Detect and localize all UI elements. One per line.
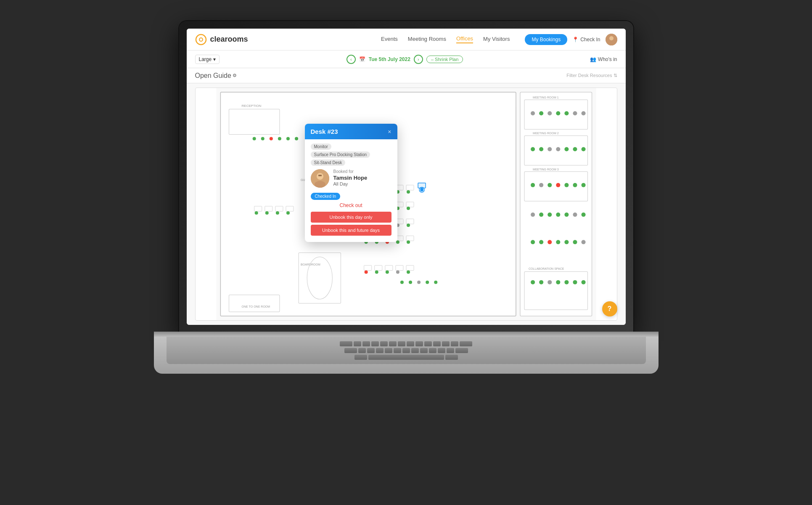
nav-actions: My Bookings 📍 Check In: [525, 34, 617, 45]
svg-point-77: [564, 111, 569, 115]
dropdown-chevron-icon: ▾: [213, 56, 216, 62]
svg-point-137: [407, 271, 410, 274]
key: [344, 348, 357, 353]
key: [354, 355, 367, 360]
unbook-future-button[interactable]: Unbook this and future days: [311, 225, 391, 236]
key: [445, 355, 458, 360]
key: [415, 341, 423, 346]
nav-offices[interactable]: Offices: [456, 35, 473, 43]
next-date-button[interactable]: ›: [414, 55, 423, 64]
nav-my-visitors[interactable]: My Visitors: [483, 36, 510, 43]
shrink-plan-button[interactable]: – Shrink Plan: [426, 56, 463, 63]
popup-close-button[interactable]: ×: [388, 128, 391, 135]
second-nav: Open Guide ⚙ Filter Desk Resources ⇅: [187, 68, 626, 83]
svg-point-114: [581, 280, 585, 284]
unbook-day-button[interactable]: Unbook this day only: [311, 212, 391, 223]
nav-meeting-rooms[interactable]: Meeting Rooms: [408, 36, 446, 43]
tag-monitor: Monitor: [311, 144, 331, 150]
date-nav: ‹ 📅 Tue 5th July 2022 ›: [346, 55, 423, 64]
svg-point-87: [531, 183, 535, 187]
key: [433, 341, 441, 346]
open-guide-label: Open Guide: [195, 72, 231, 80]
key: [371, 341, 379, 346]
svg-point-143: [320, 175, 322, 176]
help-button[interactable]: ?: [602, 301, 617, 316]
key: [398, 341, 405, 346]
check-out-link[interactable]: Check out: [311, 202, 391, 208]
key: [438, 348, 445, 353]
tag-docking: Surface Pro Docking Station: [311, 152, 370, 158]
key: [358, 348, 366, 353]
svg-point-28: [265, 211, 268, 215]
key: [354, 341, 361, 346]
floor-plan-container: RECEPTION MEETING ROOM 1 MEETING ROOM 2 …: [187, 83, 626, 325]
whos-in-label: Who's in: [598, 56, 617, 62]
svg-point-112: [564, 280, 569, 284]
logo-text: clearooms: [210, 35, 248, 44]
svg-point-100: [581, 213, 585, 217]
svg-text:ONE TO ONE ROOM: ONE TO ONE ROOM: [241, 305, 270, 308]
svg-point-89: [548, 183, 552, 187]
my-bookings-button[interactable]: My Bookings: [525, 34, 567, 45]
svg-point-80: [531, 147, 535, 152]
svg-point-117: [269, 137, 272, 140]
checked-in-badge: Checked In: [311, 193, 341, 200]
svg-point-105: [564, 240, 569, 244]
svg-point-97: [556, 213, 560, 217]
booker-avatar: [311, 169, 329, 188]
svg-point-127: [420, 188, 423, 191]
check-in-icon: 📍: [572, 37, 579, 43]
svg-point-102: [539, 240, 543, 244]
sub-nav-left: Large ▾: [195, 55, 220, 64]
key: [340, 341, 352, 346]
popup-tags: Monitor Surface Pro Docking Station Sit-…: [311, 144, 391, 166]
svg-point-79: [581, 111, 585, 115]
booked-for-label: Booked for: [333, 169, 391, 174]
filter-desk-resources[interactable]: Filter Desk Resources ⇅: [566, 73, 617, 78]
svg-point-81: [539, 147, 543, 152]
svg-point-88: [539, 183, 543, 187]
key: [376, 348, 384, 353]
key: [362, 341, 370, 346]
open-guide-link[interactable]: Open Guide ⚙: [195, 72, 237, 80]
avatar[interactable]: [606, 34, 617, 45]
svg-point-91: [564, 183, 569, 187]
popup-body: Monitor Surface Pro Docking Station Sit-…: [305, 139, 397, 242]
svg-point-124: [426, 281, 429, 284]
people-icon: 👥: [590, 56, 596, 62]
check-in-link[interactable]: 📍 Check In: [572, 37, 600, 43]
key: [367, 348, 375, 353]
svg-point-115: [252, 137, 256, 140]
size-dropdown[interactable]: Large ▾: [195, 55, 220, 64]
svg-point-141: [315, 181, 325, 188]
desk-popup: Desk #23 × Monitor Surface Pro Docking S…: [305, 124, 397, 242]
svg-point-123: [417, 281, 421, 284]
laptop-hinge: [154, 332, 659, 337]
check-in-label: Check In: [580, 37, 600, 43]
sub-nav-right: 👥 Who's in: [590, 56, 617, 62]
popup-booking-info: Booked for Tamsin Hope All Day: [311, 169, 391, 188]
svg-point-99: [573, 213, 577, 217]
svg-point-107: [581, 240, 585, 244]
size-label: Large: [199, 56, 212, 62]
nav-events[interactable]: Events: [381, 36, 398, 43]
key: [455, 348, 468, 353]
svg-point-122: [409, 281, 412, 284]
key: [447, 348, 454, 353]
svg-point-121: [400, 281, 403, 284]
svg-text:MEETING ROOM 1: MEETING ROOM 1: [533, 96, 559, 99]
floor-plan[interactable]: RECEPTION MEETING ROOM 1 MEETING ROOM 2 …: [195, 88, 617, 321]
whos-in-button[interactable]: 👥 Who's in: [590, 56, 617, 62]
key: [420, 348, 428, 353]
svg-point-26: [254, 211, 258, 215]
svg-point-74: [539, 111, 543, 115]
prev-date-button[interactable]: ‹: [346, 55, 356, 64]
svg-point-118: [278, 137, 281, 140]
svg-point-82: [548, 147, 552, 152]
svg-point-98: [564, 213, 569, 217]
svg-point-30: [275, 211, 279, 215]
svg-point-72: [407, 240, 410, 244]
key: [394, 348, 401, 353]
filter-icon: ⇅: [614, 73, 617, 78]
laptop-keyboard: [167, 337, 646, 364]
